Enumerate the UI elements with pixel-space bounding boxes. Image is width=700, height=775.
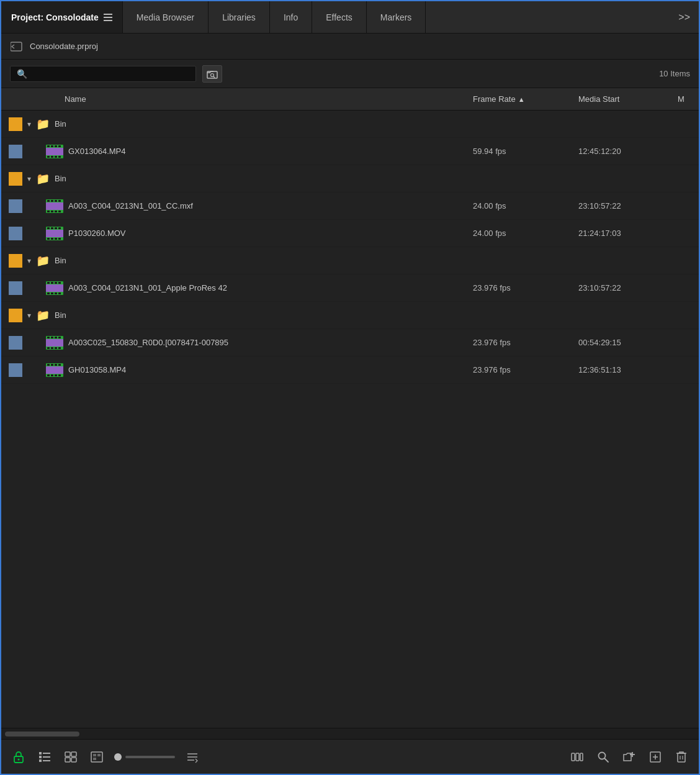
svg-rect-22 <box>47 211 50 212</box>
svg-rect-41 <box>51 282 53 284</box>
svg-rect-18 <box>47 200 50 202</box>
svg-rect-9 <box>55 145 57 147</box>
row-check[interactable] <box>4 227 27 240</box>
checkbox-orange[interactable] <box>9 254 22 268</box>
svg-rect-84 <box>97 754 101 756</box>
checkbox-blue[interactable] <box>9 336 22 350</box>
freeform-view-button[interactable] <box>88 748 105 766</box>
tab-project[interactable]: Project: Consolodate <box>1 1 123 33</box>
table-row[interactable]: ▾ 📁 Bin <box>1 247 699 274</box>
table-row[interactable]: A003C025_150830_R0D0.[0078471-007895 23.… <box>1 329 699 356</box>
column-layout-button[interactable] <box>568 748 586 766</box>
hamburger-menu[interactable] <box>104 14 112 21</box>
tab-info[interactable]: Info <box>270 1 312 33</box>
svg-rect-34 <box>51 238 53 240</box>
back-icon[interactable] <box>10 40 24 53</box>
table-row[interactable]: GH013058.MP4 23.976 fps 12:36:51:13 <box>1 356 699 384</box>
svg-rect-31 <box>55 227 57 229</box>
table-body: ▾ 📁 Bin GX013064.MP4 <box>1 111 699 728</box>
table-row[interactable]: A003_C004_0213N1_001_Apple ProRes 42 23.… <box>1 274 699 302</box>
checkbox-orange[interactable] <box>9 117 22 131</box>
slider-handle[interactable] <box>114 753 122 761</box>
checkbox-blue[interactable] <box>9 281 22 295</box>
new-bin-button[interactable] <box>621 748 638 766</box>
svg-rect-10 <box>58 145 61 147</box>
app-container: Project: Consolodate Media Browser Libra… <box>0 0 700 775</box>
col-framerate-header[interactable]: Frame Rate ▲ <box>473 94 578 104</box>
row-check[interactable] <box>4 281 27 295</box>
tab-libraries[interactable]: Libraries <box>209 1 270 33</box>
film-icon <box>46 199 63 213</box>
table-row[interactable]: ▾ 📁 Bin <box>1 165 699 193</box>
search-row: 🔍 10 Items <box>1 60 699 88</box>
row-check[interactable] <box>4 363 27 377</box>
svg-rect-54 <box>58 337 61 338</box>
row-check[interactable] <box>4 309 27 322</box>
svg-rect-68 <box>55 374 57 376</box>
new-item-button[interactable] <box>647 748 664 766</box>
table-row[interactable]: GX013064.MP4 59.94 fps 12:45:12:20 <box>1 138 699 165</box>
checkbox-orange[interactable] <box>9 172 22 186</box>
lock-button[interactable] <box>10 748 27 766</box>
row-check[interactable] <box>4 254 27 268</box>
search-input[interactable] <box>32 69 189 78</box>
svg-rect-55 <box>47 347 50 349</box>
file-name-area: P1030260.MOV <box>27 227 473 240</box>
chevron-icon[interactable]: ▾ <box>27 120 31 129</box>
film-icon <box>46 145 63 158</box>
svg-rect-75 <box>43 756 50 758</box>
chevron-icon[interactable]: ▾ <box>27 174 31 183</box>
delete-button[interactable] <box>673 748 690 766</box>
row-check[interactable] <box>4 117 27 131</box>
row-check[interactable] <box>4 336 27 350</box>
zoom-slider[interactable] <box>114 753 175 761</box>
bin-name-area: ▾ 📁 Bin <box>27 117 473 131</box>
col-mediastart-header[interactable]: Media Start <box>578 94 678 104</box>
tab-effects[interactable]: Effects <box>312 1 367 33</box>
sort-options-button[interactable] <box>184 748 201 766</box>
table-row[interactable]: A003_C004_0213N1_001_CC.mxf 24.00 fps 23… <box>1 193 699 220</box>
bin-label: Bin <box>55 174 66 183</box>
col-extra-header[interactable]: M <box>678 94 696 104</box>
tab-media-browser[interactable]: Media Browser <box>123 1 209 33</box>
chevron-icon[interactable]: ▾ <box>27 311 31 320</box>
svg-rect-82 <box>91 752 102 762</box>
checkbox-blue[interactable] <box>9 199 22 213</box>
table-row[interactable]: ▾ 📁 Bin <box>1 111 699 138</box>
search-box[interactable]: 🔍 <box>10 66 196 82</box>
svg-point-2 <box>211 73 214 76</box>
svg-rect-79 <box>71 752 76 756</box>
svg-rect-89 <box>572 753 575 761</box>
file-name-area: GX013064.MP4 <box>27 145 473 158</box>
checkbox-blue[interactable] <box>9 363 22 377</box>
row-check[interactable] <box>4 145 27 158</box>
list-view-button[interactable] <box>36 748 53 766</box>
icon-view-button[interactable] <box>62 748 79 766</box>
slider-track[interactable] <box>125 756 175 758</box>
row-check[interactable] <box>4 172 27 186</box>
checkbox-orange[interactable] <box>9 309 22 322</box>
svg-rect-30 <box>51 227 53 229</box>
chevron-icon[interactable]: ▾ <box>27 256 31 265</box>
bin-label: Bin <box>55 310 66 320</box>
row-check[interactable] <box>4 199 27 213</box>
search-button[interactable] <box>595 748 612 766</box>
hscroll-area[interactable] <box>1 728 699 739</box>
checkbox-blue[interactable] <box>9 145 22 158</box>
file-name: A003C025_150830_R0D0.[0078471-007895 <box>68 338 228 347</box>
checkbox-blue[interactable] <box>9 227 22 240</box>
find-folder-button[interactable] <box>202 65 222 83</box>
file-name: A003_C004_0213N1_001_Apple ProRes 42 <box>68 283 227 292</box>
col-name-header[interactable]: Name <box>27 94 473 104</box>
table-row[interactable]: ▾ 📁 Bin <box>1 302 699 329</box>
table-row[interactable]: P1030260.MOV 24.00 fps 21:24:17:03 <box>1 220 699 247</box>
tab-markers[interactable]: Markers <box>367 1 426 33</box>
svg-rect-44 <box>47 292 50 294</box>
hscroll-thumb[interactable] <box>5 732 79 736</box>
file-name-area: A003C025_150830_R0D0.[0078471-007895 <box>27 336 473 350</box>
svg-rect-67 <box>51 374 53 376</box>
svg-rect-11 <box>47 156 50 158</box>
bin-name-area: ▾ 📁 Bin <box>27 172 473 186</box>
more-tabs-button[interactable]: >> <box>670 1 699 33</box>
folder-icon: 📁 <box>36 309 50 322</box>
